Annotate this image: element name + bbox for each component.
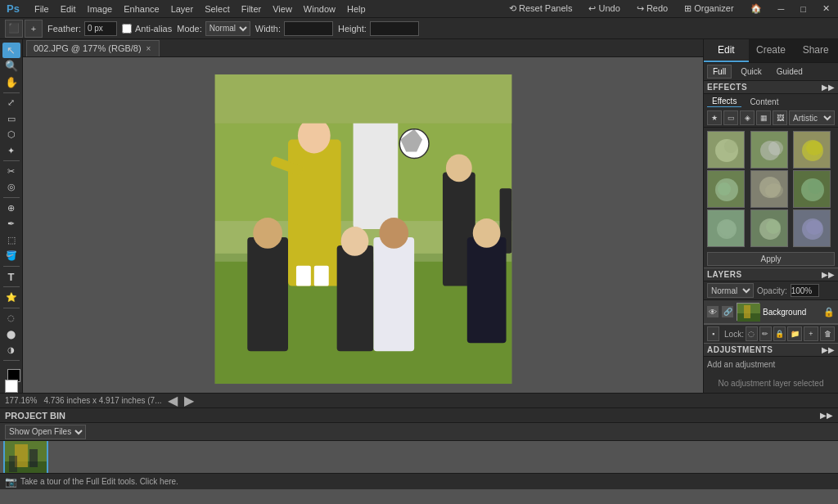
- move-tool-btn[interactable]: ⤢: [2, 95, 20, 110]
- layer-visibility-eye[interactable]: 👁: [707, 306, 719, 317]
- nav-right-btn[interactable]: ▶: [184, 393, 194, 408]
- menu-file[interactable]: File: [29, 2, 54, 16]
- background-color[interactable]: [5, 380, 18, 393]
- selection-tool-btn[interactable]: ↖: [2, 43, 20, 58]
- effects-header: Effects ▶▶: [704, 81, 838, 94]
- tooltip-text[interactable]: Take a tour of the Full Edit tools. Clic…: [20, 477, 178, 486]
- tool-separator-3: [3, 197, 20, 198]
- lock-paint-btn[interactable]: ✏: [759, 326, 772, 341]
- maximize-btn[interactable]: □: [795, 2, 811, 16]
- anti-alias-checkbox[interactable]: [122, 24, 132, 34]
- effect-thumb-9[interactable]: [793, 209, 831, 247]
- undo-btn[interactable]: ↩ Undo: [583, 2, 624, 16]
- effects-category-select[interactable]: Artistic Sketch Stylize Texture: [789, 110, 835, 125]
- bin-thumb-item[interactable]: [3, 441, 48, 473]
- opacity-input[interactable]: [791, 284, 819, 297]
- sponge-tool-btn[interactable]: ⬤: [2, 326, 20, 342]
- mode-tab-quick[interactable]: Quick: [735, 65, 768, 79]
- mode-select[interactable]: Normal: [205, 21, 250, 36]
- effect-thumb-6[interactable]: [793, 170, 831, 208]
- file-tab[interactable]: 002.JPG @ 177% (RGB/8) ×: [26, 40, 160, 56]
- hand-tool-btn[interactable]: ✋: [2, 74, 20, 90]
- menu-filter[interactable]: Filter: [237, 2, 266, 16]
- file-tab-close[interactable]: ×: [146, 44, 151, 53]
- layer-mode-icon[interactable]: ▪: [707, 326, 719, 341]
- panel-tab-create[interactable]: Create: [749, 39, 794, 62]
- blend-mode-select[interactable]: Normal Multiply Screen Overlay: [707, 283, 754, 298]
- mode-tab-full[interactable]: Full: [707, 65, 732, 79]
- feather-input[interactable]: [84, 21, 117, 36]
- fill-tool-btn[interactable]: 🪣: [2, 249, 20, 264]
- menu-window[interactable]: Window: [299, 2, 340, 16]
- mode-tab-guided[interactable]: Guided: [771, 65, 809, 79]
- height-input[interactable]: [370, 21, 419, 36]
- menu-edit[interactable]: Edit: [56, 2, 81, 16]
- delete-layer-btn[interactable]: 🗑: [820, 326, 835, 341]
- menu-view[interactable]: View: [268, 2, 297, 16]
- brush-tool-btn[interactable]: ✒: [2, 217, 20, 232]
- layers-expand-btn[interactable]: ▶▶: [822, 270, 835, 279]
- effect-thumb-5[interactable]: [750, 170, 788, 208]
- menu-bar: Ps File Edit Image Enhance Layer Select …: [0, 0, 838, 18]
- effect-thumb-7[interactable]: [707, 209, 745, 247]
- svg-rect-23: [214, 74, 511, 124]
- layer-name-label: Background: [763, 308, 820, 317]
- mode-tabs: Full Quick Guided: [704, 63, 838, 81]
- reset-panels-btn[interactable]: ⟲ Reset Panels: [504, 2, 578, 16]
- effect-thumb-2[interactable]: [750, 131, 788, 169]
- nav-left-btn[interactable]: ◀: [168, 393, 178, 408]
- panel-tab-share[interactable]: Share: [793, 39, 838, 62]
- apply-effect-btn[interactable]: Apply: [707, 252, 835, 266]
- effect-thumb-3[interactable]: [793, 131, 831, 169]
- effect-icon-filter[interactable]: ◈: [740, 110, 755, 125]
- effects-expand-btn[interactable]: ▶▶: [822, 83, 835, 92]
- rect-select-btn[interactable]: ▭: [2, 111, 20, 127]
- close-btn[interactable]: ✕: [818, 2, 835, 16]
- crop-tool-btn[interactable]: ✂: [2, 164, 20, 179]
- menu-enhance[interactable]: Enhance: [119, 2, 164, 16]
- menu-image[interactable]: Image: [83, 2, 118, 16]
- svg-rect-58: [9, 456, 17, 472]
- text-tool-btn[interactable]: T: [2, 269, 20, 285]
- layer-row[interactable]: 👁 🔗 Background 🔒: [704, 300, 838, 324]
- magic-wand-btn[interactable]: ✦: [2, 143, 20, 159]
- panel-tab-edit[interactable]: Edit: [704, 39, 749, 62]
- zoom-tool-btn[interactable]: 🔍: [2, 59, 20, 74]
- new-preset-icon[interactable]: +: [25, 20, 43, 38]
- menu-layer[interactable]: Layer: [166, 2, 199, 16]
- effect-icon-frame[interactable]: ▭: [723, 110, 738, 125]
- shape-tool-btn[interactable]: ⭐: [2, 290, 20, 305]
- dodge-tool-btn[interactable]: ◑: [2, 343, 20, 358]
- effect-icon-star[interactable]: ★: [707, 110, 722, 125]
- adjustments-expand-btn[interactable]: ▶▶: [822, 345, 835, 354]
- canvas-image: [214, 74, 512, 385]
- redeye-tool-btn[interactable]: ◎: [2, 180, 20, 196]
- new-layer-btn[interactable]: +: [804, 326, 818, 341]
- spot-heal-btn[interactable]: ⊕: [2, 200, 20, 216]
- eraser-tool-btn[interactable]: ⬚: [2, 232, 20, 248]
- effect-thumb-8[interactable]: [750, 209, 788, 247]
- menu-help[interactable]: Help: [342, 2, 371, 16]
- effect-icon-photo[interactable]: 🖼: [773, 110, 787, 125]
- redo-btn[interactable]: ↪ Redo: [632, 2, 673, 16]
- tool-preset-icon[interactable]: ⬛: [5, 20, 23, 38]
- width-input[interactable]: [284, 21, 333, 36]
- organizer-btn[interactable]: ⊞ Organizer: [679, 2, 738, 16]
- effect-thumb-4[interactable]: [707, 170, 745, 208]
- bin-expand-btn[interactable]: ▶▶: [820, 411, 833, 420]
- effect-icon-texture[interactable]: ▦: [756, 110, 771, 125]
- lasso-tool-btn[interactable]: ⬡: [2, 127, 20, 142]
- new-group-btn[interactable]: 📁: [787, 326, 802, 341]
- lock-transparent-btn[interactable]: ◌: [746, 326, 758, 341]
- show-files-select[interactable]: Show Open Files Show All Files: [5, 425, 86, 439]
- effects-tab-content[interactable]: Content: [745, 97, 783, 107]
- effect-thumb-1[interactable]: [707, 131, 745, 169]
- effects-tab-effects[interactable]: Effects: [707, 96, 741, 107]
- svg-point-35: [718, 182, 731, 196]
- project-bin: PROJECT BIN ▶▶ Show Open Files Show All …: [0, 407, 838, 473]
- blur-tool-btn[interactable]: ◌: [2, 311, 20, 326]
- lock-all-btn[interactable]: 🔒: [773, 326, 786, 341]
- minimize-btn[interactable]: ─: [773, 2, 790, 16]
- home-btn[interactable]: 🏠: [746, 2, 767, 16]
- menu-select[interactable]: Select: [200, 2, 235, 16]
